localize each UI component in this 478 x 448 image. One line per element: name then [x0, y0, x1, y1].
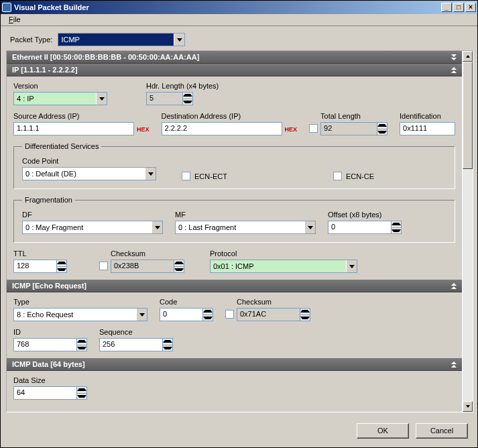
input-offset[interactable]: 0 [328, 221, 391, 234]
dropdown-icon[interactable] [152, 221, 162, 233]
spinner-offset[interactable] [391, 221, 402, 234]
label-dst: Destination Address (IP) [162, 112, 282, 120]
dropdown-icon[interactable] [145, 168, 156, 180]
scroll-down-button[interactable] [463, 401, 473, 412]
input-icmp-code[interactable]: 0 [160, 308, 202, 321]
minimize-button[interactable]: _ [441, 3, 452, 12]
value-version: 4 : IP [14, 93, 96, 105]
value-codepoint: 0 : Default (DE) [23, 168, 145, 180]
spinner-icmp-code[interactable] [202, 308, 213, 321]
section-ethernet-title: Ethernet II [00:50:00:BB:BB:BB - 00:50:0… [12, 53, 451, 61]
group-fragmentation: Fragmentation DF 0 : May Fragment MF 0 :… [13, 196, 455, 243]
checkbox-total-length-auto[interactable] [309, 124, 318, 133]
scroll-up-button[interactable] [463, 51, 473, 62]
dropdown-icon[interactable] [174, 34, 184, 46]
dropdown-icon[interactable] [96, 93, 107, 105]
dropdown-icon[interactable] [136, 309, 147, 321]
vertical-scrollbar[interactable] [463, 50, 473, 412]
label-ttl: TTL [13, 249, 67, 258]
panels-container: Ethernet II [00:50:00:BB:BB:BB - 00:50:0… [6, 50, 463, 412]
input-data-size[interactable]: 64 [13, 386, 76, 400]
chevron-up-icon [451, 283, 457, 289]
checkbox-icmp-checksum-auto[interactable] [225, 310, 234, 319]
value-df: 0 : May Fragment [23, 221, 152, 233]
label-codepoint: Code Point [22, 157, 156, 165]
combo-icmp-type[interactable]: 8 : Echo Request [13, 308, 147, 321]
chevron-up-icon [451, 361, 457, 368]
label-src: Source Address (IP) [13, 112, 134, 120]
label-hdrlen: Hdr. Length (x4 bytes) [146, 82, 227, 90]
label-offset: Offset (x8 bytes) [328, 211, 402, 219]
section-icmpdata-body: Data Size 64 [7, 371, 462, 406]
label-icmp-checksum: Checksum [237, 298, 310, 306]
combo-version[interactable]: 4 : IP [13, 92, 107, 105]
spinner-ttl[interactable] [56, 260, 67, 273]
spinner-icmp-id[interactable] [76, 338, 87, 351]
spinner-totlen[interactable] [377, 122, 387, 135]
close-button[interactable]: × [465, 3, 476, 12]
spinner-hdrlen[interactable] [182, 92, 193, 105]
label-protocol: Protocol [210, 249, 357, 258]
input-ttl[interactable]: 128 [13, 260, 56, 273]
dropdown-icon[interactable] [346, 260, 357, 272]
checkbox-ecn-ce[interactable] [333, 172, 342, 180]
section-ethernet-header[interactable]: Ethernet II [00:50:00:BB:BB:BB - 00:50:0… [7, 51, 462, 64]
scroll-thumb[interactable] [463, 62, 473, 169]
section-ip-title: IP [1.1.1.1 - 2.2.2.2] [12, 66, 451, 74]
label-df: DF [22, 211, 163, 219]
label-data-size: Data Size [13, 376, 87, 384]
label-icmp-seq: Sequence [99, 328, 173, 336]
titlebar: Visual Packet Builder _ □ × [1, 1, 477, 14]
section-ip-header[interactable]: IP [1.1.1.1 - 2.2.2.2] [7, 64, 462, 76]
chevron-up-icon [451, 67, 457, 73]
value-totlen: 92 [320, 122, 377, 135]
section-icmp-header[interactable]: ICMP [Echo Request] [7, 280, 462, 292]
combo-codepoint[interactable]: 0 : Default (DE) [22, 167, 156, 180]
menu-file[interactable]: File [5, 14, 25, 25]
input-src-ip[interactable]: 1.1.1.1 [13, 122, 134, 135]
spinner-icmp-checksum[interactable] [300, 308, 310, 321]
value-mf: 0 : Last Fragment [176, 221, 304, 233]
value-protocol: 0x01 : ICMP [211, 260, 346, 272]
label-ident: Identification [400, 112, 455, 120]
combo-mf[interactable]: 0 : Last Fragment [175, 221, 316, 234]
section-icmpdata-title: ICMP Data [64 bytes] [12, 360, 451, 368]
value-ip-checksum: 0x238B [111, 260, 174, 273]
cancel-button[interactable]: Cancel [416, 423, 468, 439]
input-icmp-seq[interactable]: 256 [99, 338, 162, 351]
value-icmp-checksum: 0x71AC [237, 308, 300, 321]
checkbox-checksum-auto[interactable] [99, 262, 108, 270]
ok-button[interactable]: OK [357, 423, 409, 439]
packet-type-combo[interactable]: ICMP [58, 33, 185, 46]
hex-badge-icon[interactable]: HEX [137, 126, 150, 135]
spinner-data-size[interactable] [76, 386, 87, 400]
chevron-down-icon [451, 54, 457, 60]
section-icmpdata-header[interactable]: ICMP Data [64 bytes] [7, 358, 462, 371]
input-icmp-id[interactable]: 768 [13, 338, 76, 351]
combo-df[interactable]: 0 : May Fragment [22, 221, 163, 234]
packet-type-label: Packet Type: [10, 36, 52, 44]
section-ip-body: Version 4 : IP Hdr. Length (x4 bytes) 5 [7, 76, 462, 280]
spinner-ip-checksum[interactable] [174, 260, 184, 273]
hex-badge-icon[interactable]: HEX [285, 126, 298, 135]
label-ip-checksum: Checksum [111, 249, 184, 258]
label-icmp-type: Type [13, 298, 147, 306]
label-ecn-ect: ECN-ECT [194, 172, 227, 180]
legend-frag: Fragmentation [22, 196, 75, 204]
label-version: Version [13, 82, 107, 90]
label-icmp-id: ID [13, 328, 87, 336]
group-diffserv: Differentiated Services Code Point 0 : D… [13, 142, 455, 189]
app-icon [2, 3, 11, 12]
checkbox-ecn-ect[interactable] [182, 172, 190, 180]
input-ident[interactable]: 0x1111 [400, 122, 455, 135]
window-title: Visual Packet Builder [14, 3, 441, 11]
value-icmp-type: 8 : Echo Request [14, 309, 136, 321]
spinner-icmp-seq[interactable] [162, 338, 173, 351]
scroll-track[interactable] [463, 62, 473, 401]
section-icmp-body: Type 8 : Echo Request Code 0 [7, 292, 462, 358]
dropdown-icon[interactable] [304, 221, 315, 233]
maximize-button[interactable]: □ [453, 3, 464, 12]
label-totlen: Total Length [320, 112, 387, 120]
input-dst-ip[interactable]: 2.2.2.2 [162, 122, 282, 135]
combo-protocol[interactable]: 0x01 : ICMP [210, 260, 357, 273]
